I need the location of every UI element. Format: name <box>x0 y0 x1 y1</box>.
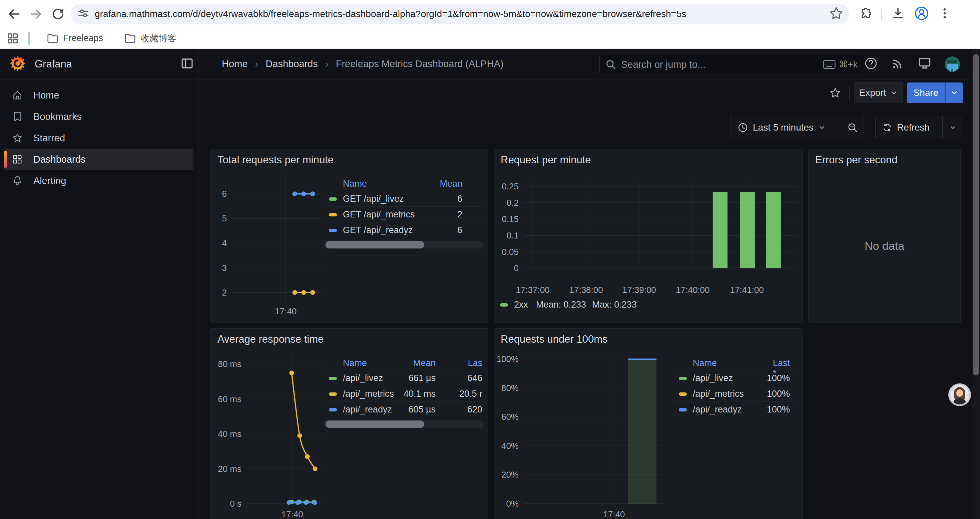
sidebar-item-alerting[interactable]: Alerting <box>0 170 199 192</box>
legend-row[interactable]: /api/_livez100% <box>674 370 797 386</box>
rss-icon[interactable] <box>891 56 905 72</box>
y-tick-label: 80 ms <box>218 359 242 369</box>
panel-title[interactable]: Errors per second <box>815 154 897 166</box>
y-tick-label: 80% <box>501 383 519 393</box>
share-menu-button[interactable] <box>945 83 963 103</box>
reload-icon[interactable] <box>50 6 66 22</box>
scrollbar-thumb[interactable] <box>973 54 979 375</box>
sidebar-item-dashboards[interactable]: Dashboards <box>0 149 199 170</box>
time-range-group: Last 5 minutes <box>730 116 864 139</box>
breadcrumb-separator: › <box>255 58 258 70</box>
apps-grid-icon[interactable] <box>5 30 21 46</box>
legend-swatch <box>329 213 337 216</box>
omnibox[interactable]: grafana.mathmast.com/d/deytv4rwavabkb/fr… <box>71 4 849 24</box>
bookmark-label: 收藏博客 <box>140 32 177 45</box>
chevron-down-icon[interactable] <box>55 133 64 143</box>
forward-icon[interactable] <box>28 6 44 22</box>
page-scrollbar[interactable] <box>972 49 980 519</box>
legend-row[interactable]: /api/_readyz100% <box>674 401 797 417</box>
download-icon[interactable] <box>891 6 905 22</box>
y-tick-label: 40% <box>501 441 519 451</box>
chevron-down-icon[interactable] <box>75 154 85 164</box>
sidebar-item-starred[interactable]: Starred <box>0 127 199 149</box>
legend-col-value[interactable]: Mean <box>413 358 436 368</box>
nav-icons <box>864 49 980 79</box>
active-indicator <box>4 151 7 168</box>
refresh-button[interactable]: Refresh <box>876 116 942 139</box>
legend-row[interactable]: GET /api/_livez6 <box>324 191 484 206</box>
y-tick-label: 0 s <box>230 498 242 509</box>
bookmark-star-icon[interactable] <box>829 6 843 22</box>
sidebar-item-bookmarks[interactable]: Bookmarks <box>0 106 199 127</box>
legend-row[interactable]: /api/_metrics40.1 ms20.5 r <box>324 386 484 401</box>
legend-row[interactable]: /api/_metrics100% <box>674 386 797 401</box>
x-tick-label: 17:39:00 <box>622 285 656 295</box>
legend-header: NameMeanLas <box>324 357 484 370</box>
legend-scrollbar[interactable] <box>324 420 484 428</box>
legend-table: NameLast */api/_livez100%/api/_metrics10… <box>674 357 797 417</box>
user-avatar[interactable] <box>945 56 960 72</box>
bookmark-blogs[interactable]: 收藏博客 <box>119 30 181 46</box>
legend-row[interactable]: /api/_livez661 µs646 <box>324 370 484 386</box>
sidebar: Home Bookmarks Starred Dashboards Alerti… <box>0 80 199 519</box>
profile-icon[interactable] <box>914 6 929 22</box>
legend-series-name[interactable]: GET /api/_metrics <box>343 209 415 220</box>
scrollbar-thumb[interactable] <box>326 420 424 428</box>
tab-group-indicator <box>28 32 30 45</box>
refresh-interval-button[interactable] <box>942 116 963 139</box>
chevron-down-icon[interactable] <box>56 175 65 186</box>
back-icon[interactable] <box>6 6 22 22</box>
panel-request-per-minute: Request per minute 0.250.20.150.10.05017… <box>494 149 803 323</box>
share-button[interactable]: Share <box>907 83 945 103</box>
scrollbar-thumb[interactable] <box>326 241 424 249</box>
controls-divider <box>849 85 850 101</box>
legend-series-name[interactable]: /api/_readyz <box>693 404 742 415</box>
monitor-icon[interactable] <box>917 56 932 72</box>
breadcrumb: Home › Dashboards › Freeleaps Metrics Da… <box>222 58 504 70</box>
legend-inline[interactable]: 2xx Mean: 0.233 Max: 0.233 <box>500 300 637 310</box>
legend-series-name[interactable]: /api/_metrics <box>343 389 394 399</box>
dashboards-grid-icon <box>12 153 23 165</box>
zoom-out-button[interactable] <box>841 116 864 139</box>
export-button[interactable]: Export <box>854 83 903 103</box>
site-settings-icon[interactable] <box>77 7 90 21</box>
sidebar-item-home[interactable]: Home <box>0 85 199 106</box>
chevron-down-icon <box>949 124 957 131</box>
search-input[interactable]: Search or jump to... ⌘+k <box>600 55 863 74</box>
url-input[interactable]: grafana.mathmast.com/d/deytv4rwavabkb/fr… <box>95 9 829 19</box>
menu-dots-icon[interactable] <box>938 7 951 21</box>
y-tick-label: 5 <box>222 213 227 224</box>
legend-col-name[interactable]: Name <box>693 358 717 368</box>
legend-row[interactable]: GET /api/_readyz6 <box>324 222 484 238</box>
legend-row[interactable]: GET /api/_metrics2 <box>324 206 484 222</box>
chevron-down-icon[interactable] <box>72 111 81 122</box>
home-icon <box>12 89 23 101</box>
legend-row[interactable]: /api/_readyz605 µs620 <box>324 401 484 417</box>
breadcrumb-separator: › <box>325 58 329 70</box>
legend-series-name[interactable]: /api/_livez <box>693 373 733 383</box>
star-icon <box>12 132 23 144</box>
help-icon[interactable] <box>864 56 878 72</box>
floating-avatar[interactable] <box>948 383 971 406</box>
legend-series-name[interactable]: GET /api/_livez <box>343 194 404 204</box>
search-icon <box>605 59 616 70</box>
time-range-button[interactable]: Last 5 minutes <box>731 116 841 139</box>
legend-col-name[interactable]: Name <box>343 179 367 189</box>
folder-icon <box>46 32 59 45</box>
bookmark-freeleaps[interactable]: Freeleaps <box>42 30 108 46</box>
breadcrumb-dashboards[interactable]: Dashboards <box>266 58 318 69</box>
breadcrumb-home[interactable]: Home <box>222 58 248 69</box>
legend-series-name[interactable]: GET /api/_readyz <box>343 225 413 235</box>
legend-series-name[interactable]: /api/_metrics <box>693 389 744 399</box>
sidebar-toggle-icon[interactable] <box>180 56 194 72</box>
legend-series-name[interactable]: /api/_livez <box>343 373 383 383</box>
favorite-star-icon[interactable] <box>828 86 843 100</box>
extensions-icon[interactable] <box>858 6 873 22</box>
legend-col-name[interactable]: Name <box>343 358 367 368</box>
legend-col-value[interactable]: Las <box>468 358 482 368</box>
grafana-logo[interactable] <box>10 56 25 72</box>
legend-series-name: 2xx <box>514 300 528 310</box>
legend-col-value[interactable]: Mean <box>440 179 462 189</box>
legend-scrollbar[interactable] <box>324 241 484 249</box>
legend-series-name[interactable]: /api/_readyz <box>343 404 392 415</box>
